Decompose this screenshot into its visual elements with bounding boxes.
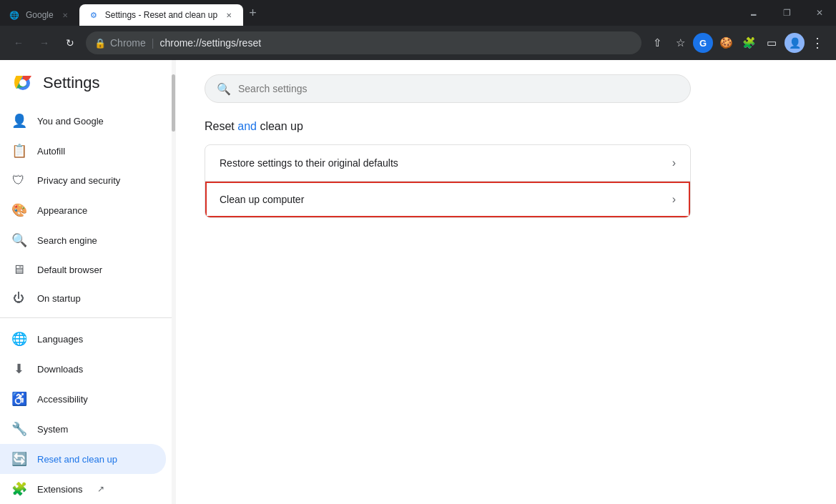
address-bar[interactable]: 🔒 Chrome | chrome://settings/reset <box>86 31 641 54</box>
settings-title: Settings <box>43 74 100 92</box>
search-bar[interactable]: 🔍 <box>205 74 691 103</box>
toolbar-icons: ⇧ ☆ G 🍪 🧩 ▭ 👤 ⋮ <box>647 33 827 53</box>
clean-up-computer-row[interactable]: Clean up computer › <box>205 182 690 217</box>
default-browser-icon: 🖥 <box>11 262 26 277</box>
sidebar-item-downloads[interactable]: ⬇ Downloads <box>0 354 166 384</box>
google-tab-favicon: 🌐 <box>9 9 20 21</box>
sidebar-item-label-extensions: Extensions <box>37 484 83 495</box>
settings-card: Restore settings to their original defau… <box>205 144 691 218</box>
search-engine-icon: 🔍 <box>11 232 26 248</box>
sidebar-item-appearance[interactable]: 🎨 Appearance <box>0 195 166 225</box>
sidebar-item-languages[interactable]: 🌐 Languages <box>0 324 166 354</box>
maximize-button[interactable]: ❐ <box>770 0 803 26</box>
forward-button[interactable]: → <box>34 33 54 53</box>
sidebar-item-system[interactable]: 🔧 System <box>0 414 166 444</box>
sidebar-item-label-reset: Reset and clean up <box>37 454 117 465</box>
lock-icon: 🔒 <box>94 38 106 49</box>
chrome-label: Chrome <box>110 37 146 49</box>
page-title-text: Reset and clean up <box>205 120 303 132</box>
restore-settings-chevron: › <box>672 157 676 169</box>
sidebar-item-on-startup[interactable]: ⏻ On startup <box>0 285 166 312</box>
sidebar-item-label-accessibility: Accessibility <box>37 394 88 405</box>
privacy-icon: 🛡 <box>11 173 26 188</box>
downloads-icon: ⬇ <box>11 361 26 377</box>
sidebar-item-label-default: Default browser <box>37 265 102 275</box>
restore-settings-row[interactable]: Restore settings to their original defau… <box>205 145 690 182</box>
chrome-logo <box>11 71 34 94</box>
sidebar-item-label-privacy: Privacy and security <box>37 175 120 186</box>
sidebar-item-reset[interactable]: 🔄 Reset and clean up <box>0 444 166 474</box>
back-button[interactable]: ← <box>9 33 29 53</box>
sidebar-item-label-system: System <box>37 424 68 435</box>
profile-avatar[interactable]: 👤 <box>785 33 805 53</box>
sidebar: Settings 👤 You and Google 📋 Autofill 🛡 P… <box>0 60 172 504</box>
autofill-icon: 📋 <box>11 143 26 159</box>
external-link-icon: ↗ <box>97 484 104 494</box>
sidebar-item-label-autofill: Autofill <box>37 146 65 157</box>
reset-icon: 🔄 <box>11 451 26 467</box>
page-title: Reset and clean up <box>205 120 807 133</box>
clean-up-computer-chevron: › <box>672 193 676 206</box>
sidebar-item-label-downloads: Downloads <box>37 364 83 375</box>
more-menu-icon[interactable]: ⋮ <box>807 33 827 53</box>
extensions-icon[interactable]: 🧩 <box>739 33 759 53</box>
sidebar-scrollbar-thumb <box>172 74 175 132</box>
extensions-sidebar-icon: 🧩 <box>11 481 26 497</box>
titlebar: 🌐 Google ✕ ⚙ Settings - Reset and clean … <box>0 0 836 26</box>
page-title-blue: and <box>237 120 257 132</box>
sidebar-item-label-search: Search engine <box>37 235 97 246</box>
tab-google[interactable]: 🌐 Google ✕ <box>0 4 79 26</box>
sidebar-item-accessibility[interactable]: ♿ Accessibility <box>0 384 166 414</box>
sidebar-scrollbar[interactable] <box>172 60 176 504</box>
google-tab-close[interactable]: ✕ <box>59 9 71 21</box>
restore-settings-label: Restore settings to their original defau… <box>220 157 672 169</box>
new-tab-button[interactable]: + <box>243 6 262 21</box>
sidebar-item-privacy-and-security[interactable]: 🛡 Privacy and security <box>0 166 166 195</box>
google-tab-label: Google <box>26 10 54 20</box>
cookies-icon[interactable]: 🍪 <box>716 33 736 53</box>
main-layout: Settings 👤 You and Google 📋 Autofill 🛡 P… <box>0 60 836 504</box>
close-button[interactable]: ✕ <box>803 0 836 26</box>
sidebar-item-label-you-and-google: You and Google <box>37 116 104 127</box>
cast-icon[interactable]: ▭ <box>762 33 782 53</box>
settings-tab-favicon: ⚙ <box>88 9 99 21</box>
system-icon: 🔧 <box>11 421 26 437</box>
settings-tab-close[interactable]: ✕ <box>223 9 235 21</box>
tab-settings[interactable]: ⚙ Settings - Reset and clean up ✕ <box>79 4 243 26</box>
bookmark-icon[interactable]: ☆ <box>670 33 690 53</box>
svg-point-2 <box>19 79 26 87</box>
sidebar-item-label-languages: Languages <box>37 334 83 345</box>
sidebar-item-label-appearance: Appearance <box>37 205 87 216</box>
sidebar-item-you-and-google[interactable]: 👤 You and Google <box>0 106 166 136</box>
on-startup-icon: ⏻ <box>11 292 26 305</box>
content-area: 🔍 Reset and clean up Restore settings to… <box>176 60 836 504</box>
url-separator: | <box>152 37 154 49</box>
languages-icon: 🌐 <box>11 331 26 347</box>
url-path: chrome://settings/reset <box>159 37 261 49</box>
search-bar-icon: 🔍 <box>217 82 231 96</box>
search-input[interactable] <box>238 83 679 94</box>
window-controls: 🗕 ❐ ✕ <box>737 0 836 26</box>
refresh-button[interactable]: ↻ <box>60 33 80 53</box>
settings-tab-label: Settings - Reset and clean up <box>105 10 217 20</box>
sidebar-item-search-engine[interactable]: 🔍 Search engine <box>0 225 166 255</box>
appearance-icon: 🎨 <box>11 202 26 218</box>
sidebar-divider <box>0 317 172 318</box>
google-account-icon[interactable]: G <box>693 33 713 53</box>
clean-up-computer-label: Clean up computer <box>220 194 672 205</box>
share-icon[interactable]: ⇧ <box>647 33 667 53</box>
sidebar-item-autofill[interactable]: 📋 Autofill <box>0 136 166 166</box>
sidebar-item-label-startup: On startup <box>37 293 81 304</box>
sidebar-item-default-browser[interactable]: 🖥 Default browser <box>0 255 166 285</box>
sidebar-header: Settings <box>0 66 172 106</box>
minimize-button[interactable]: 🗕 <box>737 0 770 26</box>
sidebar-item-extensions[interactable]: 🧩 Extensions ↗ <box>0 474 166 504</box>
browser-chrome: ← → ↻ 🔒 Chrome | chrome://settings/reset… <box>0 26 836 60</box>
you-and-google-icon: 👤 <box>11 113 26 129</box>
accessibility-icon: ♿ <box>11 391 26 407</box>
